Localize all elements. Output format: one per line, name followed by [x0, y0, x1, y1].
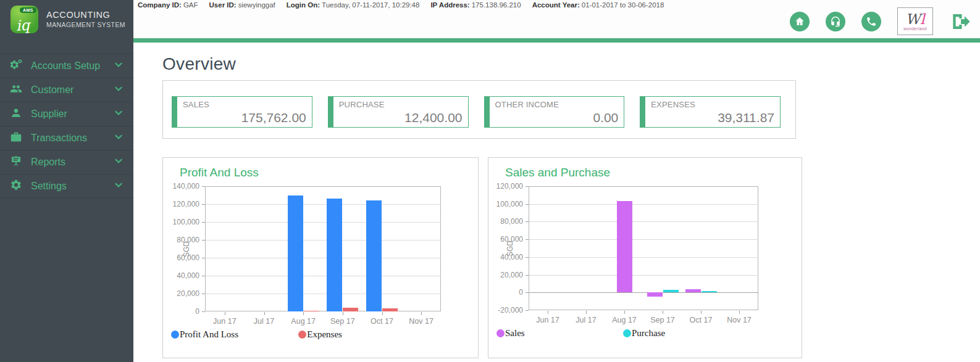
y-tick-mark — [526, 310, 529, 311]
wonderland-logo-text: wonderland — [903, 27, 927, 31]
presentation-icon — [10, 155, 22, 170]
session-info-value: 175.138.96.210 — [472, 1, 521, 9]
x-tick-mark — [663, 311, 663, 314]
stat-card-value: 39,311.87 — [718, 110, 774, 125]
chevron-down-icon — [114, 84, 124, 96]
y-tick-label: 100,000 — [162, 218, 199, 226]
stat-card-value: 12,400.00 — [404, 110, 462, 125]
legend-label: Expenses — [307, 329, 342, 340]
y-tick-mark — [526, 275, 529, 276]
session-info-item: Company ID:GAF — [138, 1, 198, 9]
y-tick-mark — [526, 186, 529, 187]
gridline — [206, 258, 441, 258]
charts-row: Profit And Loss140,000120,000100,00080,0… — [162, 157, 980, 358]
sidebar-item-transactions[interactable]: Transactions — [0, 126, 133, 150]
session-info-value: siewyinggaf — [238, 1, 275, 9]
card-accent-bar — [329, 97, 333, 127]
y-tick-label: 60,000 — [162, 253, 199, 262]
wonderland-logo[interactable]: Wl wonderland — [897, 7, 933, 35]
x-tick-label: Aug 17 — [605, 316, 643, 324]
x-tick-mark — [225, 312, 225, 315]
legend-dot — [496, 329, 505, 337]
session-info-item: User ID:siewyinggaf — [209, 1, 275, 9]
y-tick-mark — [202, 240, 205, 241]
y-tick-label: 20,000 — [486, 271, 523, 279]
x-tick-label: Jun 17 — [205, 317, 245, 326]
ams-logo: iq AMS — [10, 6, 38, 33]
gridline — [529, 257, 758, 258]
y-tick-label: 120,000 — [162, 200, 199, 208]
sidebar-item-reports[interactable]: Reports — [0, 150, 133, 174]
chart-bar — [685, 289, 701, 293]
sidebar-menu: Accounts SetupCustomerSupplierTransactio… — [0, 54, 133, 198]
session-info-label: User ID: — [209, 1, 237, 9]
home-icon[interactable] — [790, 12, 810, 31]
stat-card-purchase: PURCHASE12,400.00 — [328, 96, 469, 128]
y-axis-title: SGD — [182, 237, 191, 261]
y-tick-mark — [202, 222, 205, 223]
y-axis-title: SGD — [506, 236, 514, 261]
x-tick-mark — [382, 312, 383, 315]
x-tick-mark — [264, 312, 265, 315]
brand-title: ACCOUNTING — [46, 10, 125, 20]
sidebar-item-supplier[interactable]: Supplier — [0, 102, 133, 126]
chevron-down-icon — [114, 156, 124, 168]
logout-icon[interactable] — [949, 11, 970, 32]
y-tick-label: 40,000 — [486, 253, 523, 261]
sidebar-item-accounts-setup[interactable]: Accounts Setup — [0, 54, 133, 78]
phone-icon[interactable] — [861, 12, 881, 31]
y-tick-label: 140,000 — [162, 182, 199, 191]
legend-label: Sales — [505, 328, 525, 339]
chart-title: Sales and Purchase — [505, 166, 610, 179]
sidebar-item-settings[interactable]: Settings — [0, 174, 133, 198]
topbar-icons: Wl wonderland — [790, 7, 970, 35]
y-tick-label: 80,000 — [486, 217, 523, 226]
gridline — [529, 221, 758, 222]
session-info-item: Login On:Tuesday, 07-11-2017, 10:29:48 — [287, 1, 420, 9]
brand-subtitle: MANAGEMENT SYSTEM — [46, 21, 125, 28]
support-headset-icon[interactable] — [826, 12, 845, 31]
sidebar-item-customer[interactable]: Customer — [0, 78, 133, 102]
y-tick-mark — [526, 221, 529, 222]
plot-area — [205, 186, 441, 311]
stat-card-label: EXPENSES — [651, 100, 695, 109]
gridline — [206, 222, 441, 223]
x-tick-mark — [303, 312, 304, 315]
session-info-value: GAF — [183, 1, 198, 9]
sidebar-item-label: Customer — [31, 84, 105, 96]
session-info-value: 01-01-2017 to 30-06-2018 — [582, 1, 664, 9]
stat-card-value: 0.00 — [593, 110, 618, 125]
chart-bar — [701, 291, 717, 292]
y-tick-label: -20,000 — [486, 306, 523, 315]
card-accent-bar — [485, 97, 490, 127]
x-tick-label: Jun 17 — [529, 316, 567, 324]
gears-icon — [10, 59, 22, 73]
gridline — [529, 239, 758, 240]
x-tick-mark — [701, 311, 701, 314]
wonderland-w-mark: Wl — [906, 12, 925, 26]
sidebar-item-label: Supplier — [31, 109, 105, 120]
x-tick-mark — [586, 311, 587, 314]
legend-item: Sales — [496, 328, 525, 339]
y-tick-label: 0 — [162, 307, 199, 316]
chart-bar — [382, 308, 398, 311]
session-info-label: IP Address: — [430, 1, 469, 9]
legend-item: Expenses — [298, 329, 342, 340]
gridline — [206, 276, 441, 276]
y-tick-mark — [202, 204, 205, 205]
summary-cards: SALES175,762.00PURCHASE12,400.00OTHER IN… — [162, 80, 796, 139]
legend-dot — [171, 331, 179, 339]
x-tick-mark — [343, 312, 343, 315]
session-info-item: IP Address:175.138.96.210 — [430, 1, 521, 9]
users-icon — [10, 83, 22, 97]
y-tick-label: 100,000 — [486, 200, 523, 208]
x-tick-mark — [421, 312, 422, 315]
brand-text: ACCOUNTING MANAGEMENT SYSTEM — [46, 10, 125, 28]
gridline — [206, 294, 441, 294]
y-tick-mark — [526, 257, 529, 258]
legend-label: Profit And Loss — [180, 329, 238, 340]
x-tick-label: Sep 17 — [323, 317, 362, 326]
x-tick-label: Aug 17 — [283, 317, 323, 326]
gridline — [529, 204, 758, 205]
sidebar-item-label: Transactions — [31, 133, 105, 144]
